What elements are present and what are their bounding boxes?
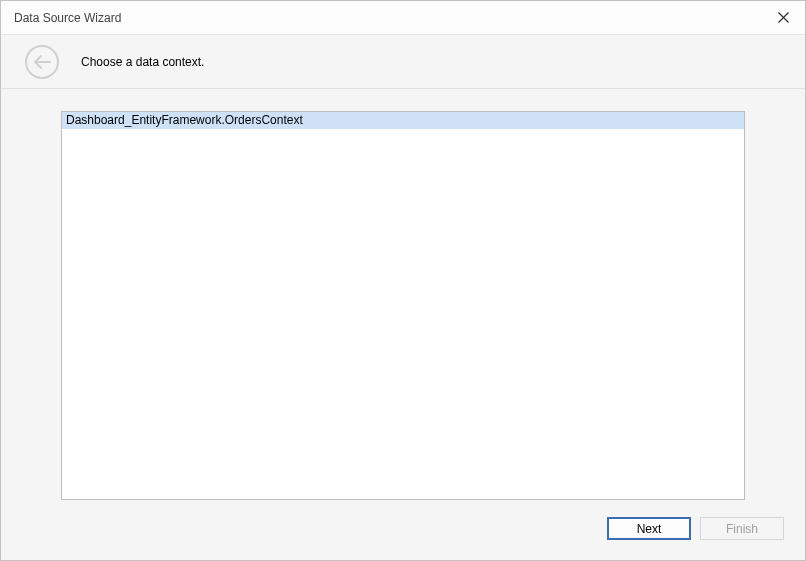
titlebar: Data Source Wizard — [1, 1, 805, 34]
content-area: Dashboard_EntityFramework.OrdersContext — [1, 89, 805, 507]
window-title: Data Source Wizard — [14, 11, 121, 25]
back-button[interactable] — [25, 45, 59, 79]
arrow-left-icon — [34, 55, 51, 69]
finish-button: Finish — [700, 517, 784, 540]
wizard-header: Choose a data context. — [1, 34, 805, 89]
instruction-text: Choose a data context. — [81, 55, 204, 69]
list-item[interactable]: Dashboard_EntityFramework.OrdersContext — [62, 112, 744, 129]
wizard-footer: Next Finish — [1, 507, 805, 560]
next-button[interactable]: Next — [607, 517, 691, 540]
data-context-listbox[interactable]: Dashboard_EntityFramework.OrdersContext — [61, 111, 745, 500]
dialog-window: Data Source Wizard Choose a data context… — [0, 0, 806, 561]
close-icon[interactable] — [773, 8, 793, 28]
